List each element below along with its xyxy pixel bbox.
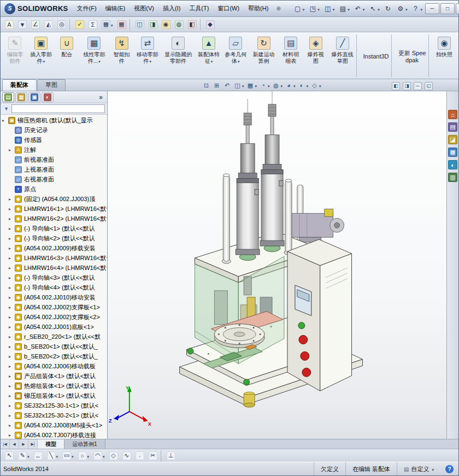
tree-item[interactable]: ◆ LHMRW16<4> (LHMRW16<默认 [1, 263, 107, 273]
first-tab-icon[interactable]: |◀ [1, 439, 10, 449]
hole-alignment-icon[interactable]: ◉ [160, 19, 172, 31]
dropdown-arrow-icon[interactable] [149, 58, 152, 64]
expander-icon[interactable] [9, 226, 14, 231]
expander-icon[interactable] [9, 364, 14, 369]
expander-icon[interactable] [9, 354, 14, 359]
check-document-icon[interactable]: ✓ [74, 19, 86, 31]
display-relations-icon[interactable]: ⊥ [165, 450, 177, 462]
expander-icon[interactable] [9, 433, 14, 438]
dropdown-arrow-icon[interactable] [347, 5, 350, 12]
document-restore-icon[interactable]: ◱ [424, 81, 433, 91]
tree-item[interactable]: ◆ LHMRW16<1> (LHMRW16<默认 [1, 204, 107, 214]
dropdown-arrow-icon[interactable] [87, 453, 90, 459]
dropdown-arrow-icon[interactable] [319, 82, 321, 89]
expander-icon[interactable] [9, 295, 14, 300]
assembly-visualization-icon[interactable]: ◍ [173, 19, 185, 31]
apply-scene-icon[interactable]: ◐ [297, 80, 309, 90]
smart-dimension-icon[interactable]: ↔ [32, 450, 44, 462]
status-help-icon[interactable]: ? [445, 465, 454, 473]
tree-item[interactable]: ◆ LHMRW16<3> (LHMRW16<默认 [1, 253, 107, 263]
tree-item[interactable]: ◆ LHMRW16<2> (LHMRW16<默认 [1, 214, 107, 224]
tree-item[interactable]: ◆ (A054.002.JJ010)移动安装 [1, 292, 107, 302]
tree-item[interactable]: ◎ 传感器 [1, 135, 107, 145]
expander-icon[interactable] [9, 393, 14, 398]
tree-item[interactable]: A 注解 [1, 145, 107, 155]
expander-icon[interactable] [9, 384, 14, 389]
expander-icon[interactable] [9, 285, 14, 290]
tree-item[interactable]: ◆ (-) 导向轴<2> (默认<<默认 [1, 233, 107, 243]
tree-item[interactable]: ◆ SEJ32x125-30-1<1> (默认< [1, 401, 107, 410]
help-icon[interactable]: ? [409, 3, 424, 15]
circle-tool-icon[interactable]: ○ [76, 450, 91, 462]
mass-properties-icon[interactable]: ◭ [43, 19, 55, 31]
expander-icon[interactable] [9, 148, 14, 152]
smart-fasteners-button[interactable]: ↯ 智能扣件 [110, 34, 134, 78]
take-snapshot-button[interactable]: ◉ 拍快照 [432, 34, 456, 78]
line-tool-icon[interactable]: ╲ [45, 450, 60, 462]
next-tab-icon[interactable]: ▶ [19, 439, 28, 449]
dropdown-arrow-icon[interactable] [431, 466, 434, 472]
menu-tools[interactable]: 工具(T) [185, 2, 213, 15]
arc-tool-icon[interactable]: ◠ [92, 450, 107, 462]
export-table-icon[interactable]: ▦ [116, 19, 130, 31]
design-library-icon[interactable]: ▤ [448, 122, 457, 132]
hide-show-items-icon[interactable]: ◍ [272, 80, 284, 90]
previous-tab-icon[interactable]: ◀ [10, 439, 19, 449]
tree-item[interactable]: ◆ (A054.002.JJ002)支撑板<1> [1, 302, 107, 312]
dropdown-arrow-icon[interactable] [306, 82, 309, 89]
open-document-icon[interactable]: ◳ [307, 3, 321, 15]
bill-of-materials-button[interactable]: ▤ 材料明细表 [279, 34, 303, 78]
custom-properties-icon[interactable]: ▥ [448, 173, 457, 182]
tree-item[interactable]: ▣ 铆压组装体<1> (默认<默认 [1, 391, 107, 401]
tree-item[interactable]: ◆ (-) 导向轴<4> (默认<<默认 [1, 283, 107, 292]
instant3d-button[interactable]: Instant3D [360, 34, 392, 78]
spline-tool-icon[interactable]: ∿ [121, 450, 133, 462]
expander-icon[interactable] [9, 423, 14, 428]
tree-item[interactable]: ▱ 右视基准面 [1, 174, 107, 184]
expander-icon[interactable] [9, 325, 14, 330]
pane-split-left-icon[interactable]: ◧ [391, 81, 401, 91]
compare-icon[interactable]: ◧ [186, 19, 201, 31]
expander-icon[interactable] [9, 207, 14, 211]
menu-insert[interactable]: 插入(I) [158, 2, 185, 15]
tree-item[interactable]: ◆ (固定) (A054.002.JJ003)顶 [1, 194, 107, 204]
menu-window[interactable]: 窗口(W) [213, 2, 244, 15]
document-minimize-icon[interactable]: ─ [413, 81, 422, 91]
tree-item[interactable]: ▣ 铆压热熔机 (默认(默认_显示 [1, 115, 107, 125]
pin-menu-icon[interactable] [273, 5, 284, 11]
new-motion-study-button[interactable]: ↻ 新建运动算例 [249, 34, 278, 78]
expander-icon[interactable] [9, 315, 14, 320]
move-component-button[interactable]: ⇄ 移动零部件 [134, 34, 161, 78]
trim-entities-icon[interactable]: ✂ [147, 450, 161, 462]
tab-motion-study-1[interactable]: 运动算例1 [64, 439, 105, 449]
tree-item[interactable]: ◆ (A054.002.TJ007)移载连接 [1, 430, 107, 439]
expander-icon[interactable] [9, 197, 14, 202]
tree-item[interactable]: ▣ 产品组装体<1> (默认<默认 [1, 371, 107, 381]
dropdown-arrow-icon[interactable] [255, 82, 257, 89]
insert-components-button[interactable]: ▣ 插入零部件 [28, 34, 54, 78]
maximize-button[interactable]: □ [440, 3, 455, 14]
equations-icon[interactable]: Σ [87, 19, 99, 31]
status-custom-toolbar[interactable]: 自定义 [397, 462, 440, 475]
new-document-icon[interactable]: ▢ [292, 3, 307, 15]
expander-icon[interactable] [2, 118, 8, 123]
pane-split-right-icon[interactable]: ◨ [402, 81, 411, 91]
assembly-features-button[interactable]: ▲ 装配体特征 [196, 34, 222, 78]
tree-item[interactable]: ◆ (A054.002.JJ001)底板<1> [1, 322, 107, 332]
close-button[interactable]: × [456, 3, 459, 14]
print-icon[interactable]: ▤ [337, 3, 351, 15]
view-settings-icon[interactable]: ◇ [310, 80, 322, 90]
tree-item[interactable]: ◷ 历史记录 [1, 125, 107, 135]
options-icon[interactable]: ⚙ [395, 3, 409, 15]
expander-icon[interactable] [9, 305, 14, 310]
expander-icon[interactable] [9, 403, 14, 408]
dropdown-arrow-icon[interactable] [420, 5, 422, 12]
zoom-fit-icon[interactable]: ⊡ [202, 80, 211, 90]
linear-component-pattern-button[interactable]: ▦ 线性零部件... [79, 34, 109, 78]
dropdown-arrow-icon[interactable] [237, 58, 240, 64]
tree-item[interactable]: ◆ (A054.002.JJ009)移载安装 [1, 243, 107, 253]
clearance-verification-icon[interactable]: ◨ [147, 19, 159, 31]
save-icon[interactable]: ◫ [322, 3, 337, 15]
tree-item[interactable]: ◆ (A054.002.JJ008)M5接头<1> [1, 420, 107, 430]
propertymanager-tab[interactable]: ▦ [15, 92, 27, 102]
